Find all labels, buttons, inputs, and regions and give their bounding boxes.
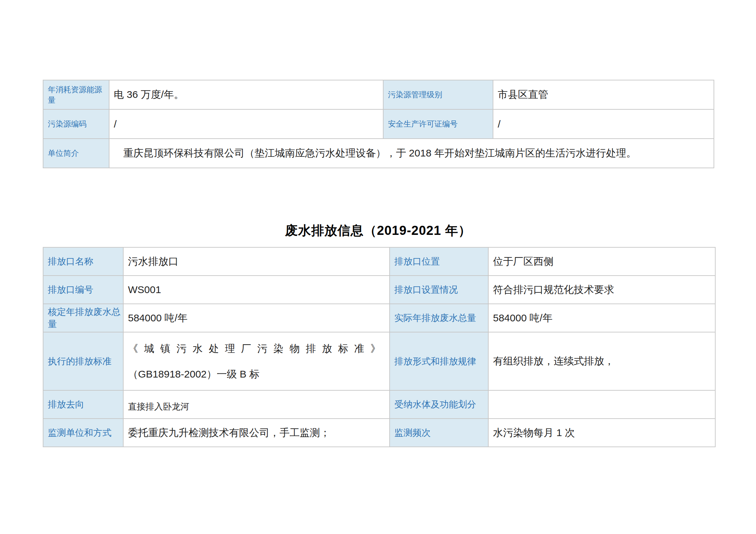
field-label: 污染源编码 (43, 109, 109, 139)
field-value: 污水排放口 (123, 247, 390, 276)
section-title: 废水排放信息（2019-2021 年） (43, 222, 714, 239)
field-value: WS001 (123, 276, 390, 304)
field-value: 重庆昆顶环保科技有限公司（垫江城南应急污水处理设备），于 2018 年开始对垫江… (109, 139, 714, 168)
field-label: 年消耗资源能源量 (43, 80, 109, 109)
field-value: 市县区直管 (493, 80, 714, 109)
field-value (488, 390, 715, 419)
table-row: 执行的排放标准 《城镇污水处理厂污染物排放标准》 （GB18918-2002）一… (43, 332, 715, 390)
wastewater-discharge-table: 排放口名称 污水排放口 排放口位置 位于厂区西侧 排放口编号 WS001 排放口… (43, 247, 716, 447)
field-label: 安全生产许可证编号 (383, 109, 493, 139)
field-value: 水污染物每月 1 次 (488, 419, 715, 447)
field-value: 有组织排放，连续式排放， (488, 332, 715, 390)
table-row: 排放去向 直接排入卧龙河 受纳水体及功能划分 (43, 390, 715, 419)
field-value: 电 36 万度/年。 (109, 80, 383, 109)
table-row: 监测单位和方式 委托重庆九升检测技术有限公司，手工监测； 监测频次 水污染物每月… (43, 419, 715, 447)
standard-name-line: 《城镇污水处理厂污染物排放标准》 (128, 336, 387, 361)
field-label: 核定年排放废水总量 (43, 304, 123, 332)
company-info-table: 年消耗资源能源量 电 36 万度/年。 污染源管理级别 市县区直管 污染源编码 … (43, 80, 714, 168)
field-label: 监测频次 (390, 419, 488, 447)
field-value: 584000 吨/年 (488, 304, 715, 332)
field-value: 《城镇污水处理厂污染物排放标准》 （GB18918-2002）一级 B 标 (123, 332, 390, 390)
field-label: 排放口设置情况 (390, 276, 488, 304)
standard-code-line: （GB18918-2002）一级 B 标 (128, 361, 387, 387)
field-label: 执行的排放标准 (43, 332, 123, 390)
table-row: 单位简介 重庆昆顶环保科技有限公司（垫江城南应急污水处理设备），于 2018 年… (43, 139, 714, 168)
field-label: 排放形式和排放规律 (390, 332, 488, 390)
field-value: 直接排入卧龙河 (123, 390, 390, 419)
table-row: 排放口编号 WS001 排放口设置情况 符合排污口规范化技术要求 (43, 276, 715, 304)
table-row: 年消耗资源能源量 电 36 万度/年。 污染源管理级别 市县区直管 (43, 80, 714, 109)
field-label: 排放去向 (43, 390, 123, 419)
document-page: 年消耗资源能源量 电 36 万度/年。 污染源管理级别 市县区直管 污染源编码 … (0, 0, 756, 534)
field-value: 584000 吨/年 (123, 304, 390, 332)
table-row: 排放口名称 污水排放口 排放口位置 位于厂区西侧 (43, 247, 715, 276)
field-label: 排放口位置 (390, 247, 488, 276)
field-label: 受纳水体及功能划分 (390, 390, 488, 419)
field-label: 监测单位和方式 (43, 419, 123, 447)
field-value: 委托重庆九升检测技术有限公司，手工监测； (123, 419, 390, 447)
field-label: 排放口名称 (43, 247, 123, 276)
field-value: / (493, 109, 714, 139)
table-row: 污染源编码 / 安全生产许可证编号 / (43, 109, 714, 139)
table-row: 核定年排放废水总量 584000 吨/年 实际年排放废水总量 584000 吨/… (43, 304, 715, 332)
field-label: 污染源管理级别 (383, 80, 493, 109)
field-label: 实际年排放废水总量 (390, 304, 488, 332)
field-label: 排放口编号 (43, 276, 123, 304)
field-value: 位于厂区西侧 (488, 247, 715, 276)
field-label: 单位简介 (43, 139, 109, 168)
field-value: / (109, 109, 383, 139)
field-value: 符合排污口规范化技术要求 (488, 276, 715, 304)
